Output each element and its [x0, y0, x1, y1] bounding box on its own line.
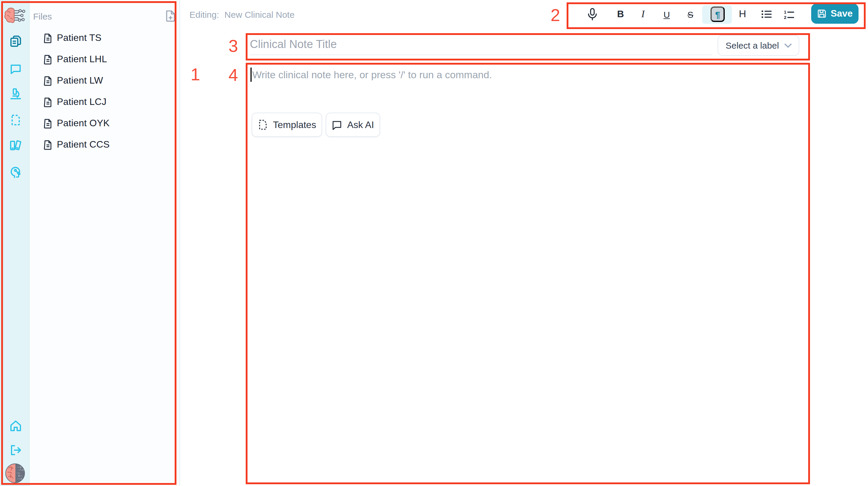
user-avatar[interactable]: [5, 463, 25, 483]
sidebar-item-mind[interactable]: [8, 165, 23, 179]
template-file-icon: [257, 119, 268, 131]
templates-button[interactable]: Templates: [252, 113, 322, 137]
dictate-button[interactable]: [583, 5, 601, 23]
file-item[interactable]: Patient TS: [30, 27, 180, 49]
icon-rail: [0, 0, 30, 486]
screenshot-viewport: Files Patient TS Patient LHL Patient LW …: [0, 0, 868, 486]
editor-area: Editing:New Clinical Note B I U S ¶ H: [180, 0, 868, 486]
document-title: New Clinical Note: [224, 9, 294, 20]
save-label: Save: [831, 8, 853, 19]
italic-button[interactable]: I: [634, 5, 652, 23]
document-icon: [44, 55, 52, 65]
label-select-dropdown[interactable]: Select a label: [718, 35, 799, 56]
file-item-label: Patient CCS: [57, 139, 110, 150]
sidebar-item-chat[interactable]: [8, 62, 23, 76]
chat-bubble-icon: [332, 119, 343, 130]
files-panel: Files Patient TS Patient LHL Patient LW …: [30, 0, 180, 486]
paragraph-button[interactable]: ¶: [711, 6, 725, 22]
sidebar-item-microscope[interactable]: [8, 87, 23, 101]
editing-label: Editing:: [189, 9, 219, 20]
clinical-notes-app: Files Patient TS Patient LHL Patient LW …: [0, 0, 868, 486]
editing-status: Editing:New Clinical Note: [189, 9, 294, 20]
sidebar-item-document-scan[interactable]: [8, 113, 23, 127]
logout-button[interactable]: [8, 443, 23, 457]
chevron-down-icon: [784, 43, 791, 48]
save-disk-icon: [817, 9, 827, 18]
label-select-value: Select a label: [725, 40, 779, 50]
file-item[interactable]: Patient LCJ: [30, 91, 180, 113]
svg-text:2: 2: [784, 15, 786, 19]
document-icon: [44, 97, 52, 107]
files-panel-title: Files: [33, 11, 52, 21]
bold-button[interactable]: B: [612, 5, 629, 23]
ask-ai-button[interactable]: Ask AI: [326, 113, 380, 137]
text-cursor: [250, 67, 251, 82]
save-button[interactable]: Save: [811, 4, 859, 24]
sidebar-item-library[interactable]: [8, 138, 23, 152]
templates-label: Templates: [273, 119, 316, 130]
heading-button[interactable]: H: [734, 5, 751, 23]
file-item-label: Patient LW: [57, 75, 103, 86]
file-item[interactable]: Patient LW: [30, 70, 180, 91]
ask-ai-label: Ask AI: [347, 119, 374, 130]
home-button[interactable]: [8, 419, 23, 433]
bullet-list-button[interactable]: [757, 5, 775, 23]
file-item[interactable]: Patient LHL: [30, 49, 180, 70]
brain-logo-icon: [3, 6, 27, 24]
file-item-label: Patient LHL: [57, 54, 107, 65]
file-item[interactable]: Patient OYK: [30, 113, 180, 134]
svg-text:1: 1: [784, 9, 786, 14]
document-icon: [44, 33, 52, 43]
numbered-list-button[interactable]: 12: [780, 5, 798, 23]
file-item-label: Patient LCJ: [57, 96, 106, 107]
document-icon: [44, 118, 52, 128]
underline-button[interactable]: U: [658, 5, 676, 23]
file-item-label: Patient OYK: [57, 118, 110, 128]
title-underline: [250, 55, 712, 55]
file-item-label: Patient TS: [57, 33, 101, 43]
sidebar-item-documents[interactable]: [8, 34, 23, 48]
editor-placeholder[interactable]: Write clinical note here, or press '/' t…: [252, 69, 492, 81]
document-icon: [44, 76, 52, 86]
note-title-input[interactable]: [250, 35, 712, 53]
strikethrough-button[interactable]: S: [681, 5, 699, 23]
file-item[interactable]: Patient CCS: [30, 134, 180, 155]
new-file-button[interactable]: [164, 9, 177, 23]
document-icon: [44, 140, 52, 150]
